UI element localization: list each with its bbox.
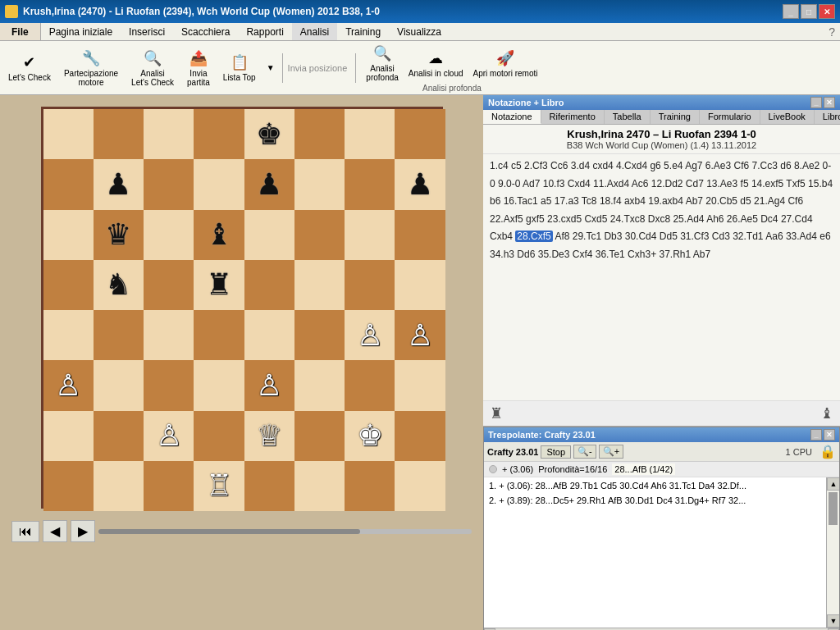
- tab-livebook[interactable]: LiveBook: [760, 110, 815, 124]
- square-2-3[interactable]: ♝: [194, 210, 244, 260]
- square-5-1[interactable]: [94, 360, 144, 410]
- piece-white-4-7[interactable]: ♙: [407, 321, 433, 350]
- square-3-5[interactable]: [294, 260, 345, 310]
- square-2-7[interactable]: [395, 210, 445, 260]
- square-5-7[interactable]: [395, 360, 445, 410]
- square-0-2[interactable]: [144, 109, 194, 159]
- square-5-6[interactable]: [345, 360, 395, 410]
- square-1-1[interactable]: ♟: [94, 159, 144, 209]
- square-7-3[interactable]: ♖: [194, 461, 244, 511]
- lista-top-button[interactable]: 📋 Lista Top: [218, 52, 261, 84]
- piece-white-5-4[interactable]: ♙: [256, 371, 282, 400]
- square-4-4[interactable]: [244, 310, 294, 360]
- square-1-7[interactable]: ♟: [395, 159, 445, 209]
- square-4-7[interactable]: ♙: [395, 310, 445, 360]
- crafty-scroll-down-button[interactable]: ▼: [827, 614, 839, 628]
- crafty-minimize-button[interactable]: _: [810, 429, 822, 441]
- square-7-0[interactable]: [43, 461, 94, 511]
- square-0-3[interactable]: [194, 109, 244, 159]
- square-4-5[interactable]: [294, 310, 345, 360]
- piece-black-1-7[interactable]: ♟: [407, 170, 433, 199]
- square-0-6[interactable]: [345, 109, 395, 159]
- square-2-1[interactable]: ♛: [94, 210, 144, 260]
- maximize-button[interactable]: □: [801, 4, 817, 19]
- menu-rapporti[interactable]: Rapporti: [238, 23, 291, 40]
- chess-board[interactable]: ♚♟♟♟♛♝♞♜♙♙♙♙♙♕♚♖: [43, 109, 445, 511]
- menu-pagina-iniziale[interactable]: Pagina iniziale: [41, 23, 121, 40]
- tab-libro[interactable]: Libro: [815, 110, 840, 124]
- tab-notazione[interactable]: Notazione: [483, 110, 541, 124]
- minimize-button[interactable]: _: [783, 4, 799, 19]
- piece-black-2-3[interactable]: ♝: [206, 220, 232, 249]
- nav-next-button[interactable]: ▶: [71, 520, 95, 542]
- square-4-6[interactable]: ♙: [345, 310, 395, 360]
- square-7-4[interactable]: [244, 461, 294, 511]
- square-6-3[interactable]: [194, 411, 244, 461]
- square-4-3[interactable]: [194, 310, 244, 360]
- square-3-0[interactable]: [43, 260, 94, 310]
- square-6-7[interactable]: [395, 411, 445, 461]
- menu-analisi[interactable]: Analisi: [292, 23, 337, 40]
- square-6-0[interactable]: [43, 411, 94, 461]
- piece-white-6-2[interactable]: ♙: [156, 421, 182, 450]
- square-4-1[interactable]: [94, 310, 144, 360]
- highlighted-move[interactable]: 28.Cxf5: [515, 231, 552, 242]
- piece-black-1-1[interactable]: ♟: [105, 170, 131, 199]
- square-0-7[interactable]: [395, 109, 445, 159]
- square-3-1[interactable]: ♞: [94, 260, 144, 310]
- invia-partita-button[interactable]: 📤 Inviapartita: [182, 48, 215, 89]
- square-6-4[interactable]: ♕: [244, 411, 294, 461]
- crafty-close-button[interactable]: ✕: [824, 429, 835, 441]
- nav-slider[interactable]: [98, 529, 472, 534]
- piece-black-0-4[interactable]: ♚: [256, 120, 282, 149]
- square-5-3[interactable]: [194, 360, 244, 410]
- menu-scacchiera[interactable]: Scacchiera: [173, 23, 238, 40]
- square-0-0[interactable]: [43, 109, 94, 159]
- nav-start-button[interactable]: ⏮: [11, 521, 39, 542]
- crafty-zoom-in-button[interactable]: 🔍+: [599, 445, 623, 459]
- crafty-zoom-out-button[interactable]: 🔍-: [573, 445, 596, 459]
- piece-white-7-3[interactable]: ♖: [206, 471, 232, 500]
- apri-motori-remoti-button[interactable]: 🚀 Apri motori remoti: [468, 43, 543, 84]
- square-6-1[interactable]: [94, 411, 144, 461]
- piece-white-6-4[interactable]: ♕: [256, 421, 282, 450]
- square-5-2[interactable]: [144, 360, 194, 410]
- square-4-0[interactable]: [43, 310, 94, 360]
- tab-formulario[interactable]: Formulario: [700, 110, 760, 124]
- menu-file[interactable]: File: [0, 23, 41, 40]
- piece-white-4-6[interactable]: ♙: [357, 321, 383, 350]
- analisi-cloud-button[interactable]: ☁ Analisi in cloud: [404, 43, 468, 84]
- square-3-6[interactable]: [345, 260, 395, 310]
- square-5-5[interactable]: [294, 360, 345, 410]
- square-6-5[interactable]: [294, 411, 345, 461]
- square-2-4[interactable]: [244, 210, 294, 260]
- square-0-1[interactable]: [94, 109, 144, 159]
- square-4-2[interactable]: [144, 310, 194, 360]
- square-1-5[interactable]: [294, 159, 345, 209]
- square-5-0[interactable]: ♙: [43, 360, 94, 410]
- square-7-6[interactable]: [345, 461, 395, 511]
- analisi-profonda-button[interactable]: 🔍 Analisiprofonda: [361, 43, 403, 84]
- square-7-2[interactable]: [144, 461, 194, 511]
- crafty-stop-button[interactable]: Stop: [541, 445, 571, 459]
- square-7-1[interactable]: [94, 461, 144, 511]
- piece-black-1-4[interactable]: ♟: [256, 170, 282, 199]
- square-5-4[interactable]: ♙: [244, 360, 294, 410]
- square-3-4[interactable]: [244, 260, 294, 310]
- square-0-4[interactable]: ♚: [244, 109, 294, 159]
- square-6-2[interactable]: ♙: [144, 411, 194, 461]
- square-0-5[interactable]: [294, 109, 345, 159]
- notation-minimize-button[interactable]: _: [810, 97, 822, 108]
- piece-white-6-6[interactable]: ♚: [357, 421, 383, 450]
- tab-riferimento[interactable]: Riferimento: [541, 110, 605, 124]
- square-6-6[interactable]: ♚: [345, 411, 395, 461]
- notation-close-button[interactable]: ✕: [824, 97, 835, 108]
- square-1-0[interactable]: [43, 159, 94, 209]
- menu-visualizza[interactable]: Visualizza: [389, 23, 450, 40]
- analisi-lets-check-button[interactable]: 🔍 AnalisiLet's Check: [126, 48, 179, 89]
- piece-black-3-1[interactable]: ♞: [105, 270, 131, 299]
- square-7-7[interactable]: [395, 461, 445, 511]
- menu-training[interactable]: Training: [337, 23, 389, 40]
- square-2-5[interactable]: [294, 210, 345, 260]
- tab-tabella[interactable]: Tabella: [605, 110, 651, 124]
